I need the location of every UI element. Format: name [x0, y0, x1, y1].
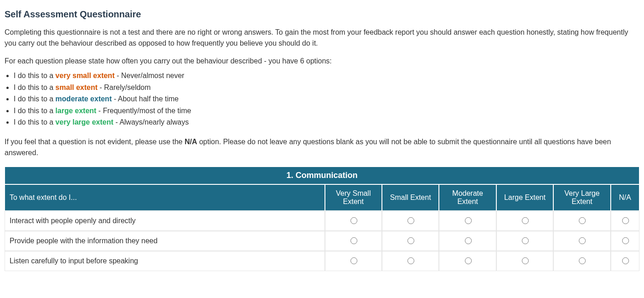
rating-radio[interactable]: [350, 237, 357, 244]
rating-column-header: N/A: [611, 184, 639, 211]
option-keyword: large extent: [56, 107, 97, 115]
intro-paragraph: Completing this questionnaire is not a t…: [5, 27, 639, 49]
question-text: Provide people with the information they…: [5, 231, 325, 251]
na-note-pre: If you feel that a question is not evide…: [5, 138, 185, 146]
rating-radio[interactable]: [622, 257, 629, 264]
rating-cell: [325, 211, 382, 231]
rating-radio[interactable]: [407, 217, 414, 224]
table-row: Provide people with the information they…: [5, 231, 639, 251]
rating-cell: [611, 231, 639, 251]
rating-cell: [611, 251, 639, 271]
section-title: 1. Communication: [5, 167, 639, 184]
rating-column-header: Moderate Extent: [439, 184, 496, 211]
rating-radio[interactable]: [407, 237, 414, 244]
option-pre: I do this to a: [14, 72, 56, 79]
option-keyword: very large extent: [56, 118, 113, 126]
option-item: I do this to a very small extent - Never…: [14, 70, 639, 82]
rating-cell: [553, 231, 610, 251]
rating-cell: [496, 251, 553, 271]
option-keyword: small extent: [56, 84, 98, 91]
option-item: I do this to a small extent - Rarely/sel…: [14, 82, 639, 94]
option-post: - Frequently/most of the time: [96, 107, 191, 115]
rating-radio[interactable]: [465, 217, 472, 224]
rating-radio[interactable]: [522, 257, 529, 264]
page-title: Self Assessment Questionnaire: [5, 9, 639, 20]
rating-cell: [496, 211, 553, 231]
rating-radio[interactable]: [407, 257, 414, 264]
na-note: If you feel that a question is not evide…: [5, 136, 639, 158]
option-pre: I do this to a: [14, 95, 56, 103]
option-post: - Rarely/seldom: [98, 84, 150, 91]
rating-radio[interactable]: [622, 237, 629, 244]
rating-cell: [439, 231, 496, 251]
rating-cell: [439, 211, 496, 231]
rating-cell: [325, 231, 382, 251]
option-item: I do this to a very large extent - Alway…: [14, 116, 639, 128]
rating-column-header: Small Extent: [382, 184, 439, 211]
rating-cell: [382, 211, 439, 231]
rating-radio[interactable]: [622, 217, 629, 224]
rating-cell: [325, 251, 382, 271]
option-post: - Never/almost never: [114, 72, 184, 79]
rating-radio[interactable]: [522, 237, 529, 244]
options-lead: For each question please state how often…: [5, 57, 639, 65]
rating-cell: [611, 211, 639, 231]
option-item: I do this to a large extent - Frequently…: [14, 105, 639, 117]
rating-column-header: Very Large Extent: [553, 184, 610, 211]
rating-cell: [439, 251, 496, 271]
rating-radio[interactable]: [350, 257, 357, 264]
rating-column-header: Very Small Extent: [325, 184, 382, 211]
na-note-strong: N/A: [185, 138, 197, 146]
question-text: Listen carefully to input before speakin…: [5, 251, 325, 271]
rating-radio[interactable]: [579, 257, 586, 264]
questionnaire-table: 1. CommunicationTo what extent do I...Ve…: [5, 167, 639, 271]
table-row: Listen carefully to input before speakin…: [5, 251, 639, 271]
rating-radio[interactable]: [579, 217, 586, 224]
rating-radio[interactable]: [465, 237, 472, 244]
rating-radio[interactable]: [465, 257, 472, 264]
rating-cell: [496, 231, 553, 251]
option-post: - Always/nearly always: [113, 118, 189, 126]
option-keyword: very small extent: [56, 72, 115, 79]
rating-radio[interactable]: [522, 217, 529, 224]
rating-cell: [553, 251, 610, 271]
question-text: Interact with people openly and directly: [5, 211, 325, 231]
option-pre: I do this to a: [14, 107, 56, 115]
rating-radio[interactable]: [579, 237, 586, 244]
question-column-header: To what extent do I...: [5, 184, 325, 211]
rating-radio[interactable]: [350, 217, 357, 224]
option-pre: I do this to a: [14, 118, 56, 126]
option-post: - About half the time: [112, 95, 179, 103]
rating-cell: [553, 211, 610, 231]
table-row: Interact with people openly and directly: [5, 211, 639, 231]
option-pre: I do this to a: [14, 84, 56, 91]
rating-cell: [382, 251, 439, 271]
option-item: I do this to a moderate extent - About h…: [14, 93, 639, 105]
options-list: I do this to a very small extent - Never…: [5, 70, 639, 128]
rating-column-header: Large Extent: [496, 184, 553, 211]
option-keyword: moderate extent: [56, 95, 112, 103]
rating-cell: [382, 231, 439, 251]
